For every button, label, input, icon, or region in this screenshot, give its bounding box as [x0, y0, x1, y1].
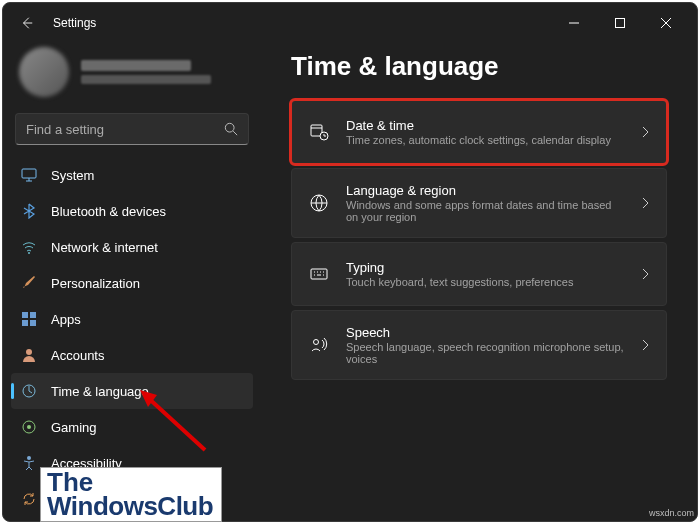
titlebar: Settings: [3, 3, 697, 43]
svg-rect-7: [30, 320, 36, 326]
card-sub: Touch keyboard, text suggestions, prefer…: [346, 276, 624, 288]
svg-rect-16: [311, 269, 327, 279]
arrow-left-icon: [20, 16, 34, 30]
sidebar-item-label: Network & internet: [51, 240, 158, 255]
profile-email: [81, 75, 211, 84]
sidebar-item-label: Personalization: [51, 276, 140, 291]
card-title: Speech: [346, 325, 624, 340]
settings-window: Settings System: [2, 2, 698, 522]
card-speech[interactable]: Speech Speech language, speech recogniti…: [291, 310, 667, 380]
sidebar-item-personalization[interactable]: Personalization: [11, 265, 253, 301]
maximize-icon: [615, 18, 625, 28]
card-sub: Time zones, automatic clock settings, ca…: [346, 134, 624, 146]
sidebar-item-apps[interactable]: Apps: [11, 301, 253, 337]
close-icon: [661, 18, 671, 28]
sidebar-item-system[interactable]: System: [11, 157, 253, 193]
card-title: Date & time: [346, 118, 624, 133]
globe-icon: [308, 192, 330, 214]
svg-rect-2: [22, 169, 36, 178]
close-button[interactable]: [643, 7, 689, 39]
card-body: Typing Touch keyboard, text suggestions,…: [346, 260, 624, 288]
sidebar-item-label: Gaming: [51, 420, 97, 435]
window-title: Settings: [53, 16, 551, 30]
profile[interactable]: [11, 43, 253, 109]
wifi-icon: [21, 239, 37, 255]
card-body: Date & time Time zones, automatic clock …: [346, 118, 624, 146]
chevron-right-icon: [640, 338, 650, 352]
sidebar-item-network[interactable]: Network & internet: [11, 229, 253, 265]
sidebar-item-label: System: [51, 168, 94, 183]
page-title: Time & language: [291, 51, 667, 82]
bluetooth-icon: [21, 203, 37, 219]
card-sub: Windows and some apps format dates and t…: [346, 199, 624, 223]
keyboard-icon: [308, 263, 330, 285]
card-date-time[interactable]: Date & time Time zones, automatic clock …: [291, 100, 667, 164]
brush-icon: [21, 275, 37, 291]
svg-point-12: [27, 456, 31, 460]
search-box[interactable]: [15, 113, 249, 145]
site-watermark: wsxdn.com: [649, 508, 694, 518]
chevron-right-icon: [640, 267, 650, 281]
watermark: The WindowsClub: [40, 467, 222, 522]
sidebar-item-bluetooth[interactable]: Bluetooth & devices: [11, 193, 253, 229]
card-body: Speech Speech language, speech recogniti…: [346, 325, 624, 365]
sidebar-item-gaming[interactable]: Gaming: [11, 409, 253, 445]
sidebar: System Bluetooth & devices Network & int…: [3, 43, 261, 521]
watermark-line2: WindowsClub: [47, 494, 213, 519]
sidebar-item-accounts[interactable]: Accounts: [11, 337, 253, 373]
sidebar-item-label: Bluetooth & devices: [51, 204, 166, 219]
globe-clock-icon: [21, 383, 37, 399]
accessibility-icon: [21, 455, 37, 471]
card-language-region[interactable]: Language & region Windows and some apps …: [291, 168, 667, 238]
svg-rect-0: [616, 19, 625, 28]
avatar: [19, 47, 69, 97]
profile-name: [81, 60, 191, 71]
window-controls: [551, 7, 689, 39]
sidebar-item-time-language[interactable]: Time & language: [11, 373, 253, 409]
svg-point-11: [27, 425, 31, 429]
update-icon: [21, 491, 37, 507]
maximize-button[interactable]: [597, 7, 643, 39]
card-title: Language & region: [346, 183, 624, 198]
svg-point-3: [28, 252, 30, 254]
search-input[interactable]: [26, 122, 224, 137]
card-typing[interactable]: Typing Touch keyboard, text suggestions,…: [291, 242, 667, 306]
chevron-right-icon: [640, 125, 650, 139]
apps-icon: [21, 311, 37, 327]
sidebar-item-label: Apps: [51, 312, 81, 327]
card-body: Language & region Windows and some apps …: [346, 183, 624, 223]
person-icon: [21, 347, 37, 363]
svg-point-1: [225, 123, 234, 132]
calendar-clock-icon: [308, 121, 330, 143]
chevron-right-icon: [640, 196, 650, 210]
sidebar-item-label: Accounts: [51, 348, 104, 363]
minimize-button[interactable]: [551, 7, 597, 39]
svg-rect-6: [22, 320, 28, 326]
main: Time & language Date & time Time zones, …: [261, 43, 697, 521]
back-button[interactable]: [11, 7, 43, 39]
speech-icon: [308, 334, 330, 356]
gaming-icon: [21, 419, 37, 435]
system-icon: [21, 167, 37, 183]
svg-rect-5: [30, 312, 36, 318]
card-sub: Speech language, speech recognition micr…: [346, 341, 624, 365]
search-icon: [224, 122, 238, 136]
sidebar-item-label: Time & language: [51, 384, 149, 399]
svg-rect-4: [22, 312, 28, 318]
profile-text: [81, 60, 245, 84]
card-title: Typing: [346, 260, 624, 275]
svg-point-17: [314, 340, 319, 345]
minimize-icon: [569, 18, 579, 28]
content: System Bluetooth & devices Network & int…: [3, 43, 697, 521]
svg-point-8: [26, 349, 32, 355]
